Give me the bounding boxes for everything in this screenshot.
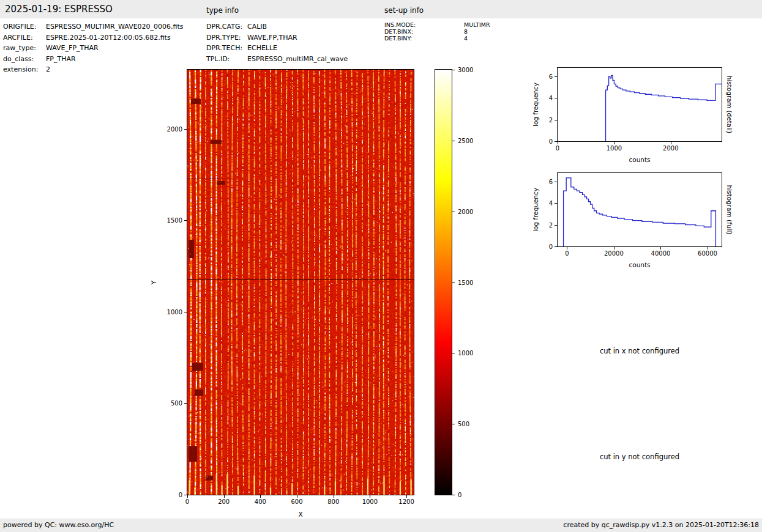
setup-info-block: INS.MODE:MULTIMR DET.BINX:8 DET.BINY:4 <box>384 22 490 42</box>
raw-type-label: raw_type: <box>3 43 46 54</box>
footer-powered-by: powered by QC: www.eso.org/HC <box>3 521 114 529</box>
file-info-block: ORIGFILE:ESPRESSO_MULTIMR_WAVE020_0006.f… <box>3 21 184 75</box>
tpl-id-value: ESPRESSO_multiMR_cal_wave <box>247 54 348 65</box>
origfile-row: ORIGFILE:ESPRESSO_MULTIMR_WAVE020_0006.f… <box>3 21 184 32</box>
dpr-type-label: DPR.TYPE: <box>206 32 247 43</box>
type-info-heading: type info <box>206 6 239 15</box>
y-tick-label: 1000 <box>167 308 182 315</box>
histogram-full-title: histogram (full) <box>726 185 733 235</box>
y-tick-mark <box>555 98 557 98</box>
colorbar-tick-label: 500 <box>458 421 469 427</box>
histogram-detail-title: histogram (detail) <box>726 76 733 133</box>
x-tick-label: 20000 <box>604 250 624 257</box>
y-tick-label: 4 <box>549 95 553 102</box>
x-tick-mark <box>406 495 407 498</box>
detector-image <box>187 70 414 495</box>
dpr-catg-value: CALIB <box>247 21 267 32</box>
y-tick-mark <box>555 225 557 226</box>
det-biny-row: DET.BINY:4 <box>384 35 490 42</box>
x-tick-label: 1000 <box>362 498 378 505</box>
x-tick-label: 200 <box>218 498 230 505</box>
x-tick-mark <box>567 247 567 249</box>
y-tick-label: 2 <box>549 221 553 228</box>
x-tick-mark <box>660 247 661 249</box>
cut-x-message: cut in x not configured <box>600 347 679 355</box>
det-binx-value: 8 <box>464 29 468 35</box>
extension-row: extension:2 <box>3 64 184 75</box>
x-tick-label: 1000 <box>607 145 622 152</box>
y-tick-mark <box>555 182 557 182</box>
x-tick-label: 0 <box>565 250 569 257</box>
y-tick-label: 6 <box>549 73 553 80</box>
histogram-full-plot: counts log frequency histogram (full) 02… <box>557 172 722 247</box>
raw-type-value: WAVE_FP_THAR <box>46 43 99 54</box>
y-tick-label: 6 <box>549 179 553 185</box>
histogram-polyline <box>564 178 716 246</box>
x-tick-label: 0 <box>185 498 189 505</box>
dpr-tech-label: DPR.TECH: <box>206 43 247 54</box>
arcfile-label: ARCFILE: <box>3 32 46 43</box>
page-title: 2025-01-19: ESPRESSO <box>5 4 113 15</box>
y-tick-mark <box>184 312 187 312</box>
x-tick-label: 2000 <box>663 145 678 152</box>
x-tick-label: 1200 <box>398 498 414 505</box>
y-tick-mark <box>184 129 187 130</box>
arcfile-row: ARCFILE:ESPRE.2025-01-20T12:00:05.682.fi… <box>3 32 184 43</box>
dpr-type-row: DPR.TYPE:WAVE,FP,THAR <box>206 32 348 43</box>
type-info-block: DPR.CATG:CALIB DPR.TYPE:WAVE,FP,THAR DPR… <box>206 21 348 64</box>
y-tick-mark <box>555 120 557 120</box>
colorbar-tick-mark <box>452 353 455 353</box>
y-tick-label: 2 <box>549 116 553 123</box>
y-tick-mark <box>184 403 187 404</box>
histogram-polyline <box>606 75 722 141</box>
extension-label: extension: <box>3 64 46 75</box>
x-tick-mark <box>260 495 261 498</box>
cut-y-message: cut in y not configured <box>600 453 679 461</box>
colorbar-gradient <box>435 70 452 495</box>
x-tick-label: 400 <box>255 498 266 505</box>
raw-frame-x-axis-label: X <box>298 511 302 518</box>
setup-info-heading: set-up info <box>384 6 424 15</box>
raw-frame-y-axis-label: Y <box>150 280 157 284</box>
y-tick-label: 1500 <box>167 217 182 224</box>
x-tick-mark <box>558 142 558 144</box>
arcfile-value: ESPRE.2025-01-20T12:00:05.682.fits <box>46 32 171 43</box>
colorbar-tick-label: 2500 <box>458 137 473 144</box>
y-tick-mark <box>555 203 557 204</box>
dpr-type-value: WAVE,FP,THAR <box>247 32 297 43</box>
colorbar-tick-label: 1000 <box>458 350 473 357</box>
extension-value: 2 <box>46 64 50 75</box>
histogram-full-ylabel: log frequency <box>532 188 539 232</box>
y-tick-mark <box>555 141 557 142</box>
x-tick-label: 600 <box>291 498 302 505</box>
ins-mode-value: MULTIMR <box>464 22 490 29</box>
tpl-id-row: TPL.ID:ESPRESSO_multiMR_cal_wave <box>206 54 348 65</box>
colorbar-tick-mark <box>452 495 455 495</box>
origfile-value: ESPRESSO_MULTIMR_WAVE020_0006.fits <box>46 21 184 32</box>
footer-bar: powered by QC: www.eso.org/HC created by… <box>0 519 762 532</box>
colorbar-tick-mark <box>452 70 455 70</box>
x-tick-label: 800 <box>327 498 339 505</box>
x-tick-mark <box>671 142 671 144</box>
tpl-id-label: TPL.ID: <box>206 54 247 65</box>
det-binx-row: DET.BINX:8 <box>384 29 490 35</box>
x-tick-label: 0 <box>556 145 559 152</box>
y-tick-label: 0 <box>549 138 553 145</box>
y-tick-label: 2000 <box>167 125 182 132</box>
y-tick-mark <box>555 246 557 247</box>
histogram-detail-ylabel: log frequency <box>532 83 539 127</box>
dpr-tech-row: DPR.TECH:ECHELLE <box>206 43 348 54</box>
raw-type-row: raw_type:WAVE_FP_THAR <box>3 43 184 54</box>
det-biny-value: 4 <box>464 35 468 42</box>
histogram-detail-xlabel: counts <box>629 156 650 163</box>
colorbar-tick-mark <box>452 141 455 141</box>
x-tick-mark <box>187 495 188 498</box>
x-tick-mark <box>614 247 614 249</box>
x-tick-mark <box>708 247 708 249</box>
x-tick-mark <box>297 495 297 498</box>
histogram-detail-plot: counts log frequency histogram (detail) … <box>557 67 722 142</box>
raw-frame-plot: X Y 020040060080010001200050010001500200… <box>187 69 414 495</box>
colorbar-tick-label: 1500 <box>458 279 473 286</box>
x-tick-mark <box>614 142 614 144</box>
colorbar-tick-mark <box>452 212 455 212</box>
